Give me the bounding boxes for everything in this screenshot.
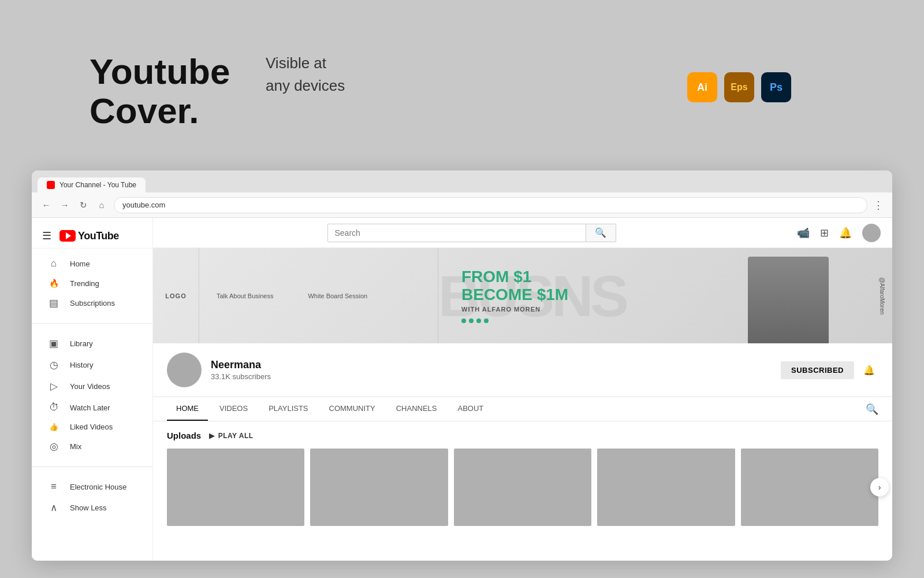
dot-3 [476,318,481,323]
video-thumb-1 [167,449,304,526]
subscriptions-icon: ▤ [48,297,59,309]
user-avatar[interactable] [862,224,881,242]
tab-playlists[interactable]: PLAYLISTS [259,397,317,421]
ai-icon[interactable]: Ai [687,72,717,102]
banner-subtext: WITH ALFARO MOREN [461,306,568,313]
banner-headline: FROM $1 BECOME $1M WITH ALFARO MOREN [461,268,568,324]
sidebar-label-trending: Trending [70,279,99,288]
subtitle: Visible at any devices [266,52,345,97]
channel-banner: LOGO Talk About Business White Board Ses… [153,248,892,343]
sidebar-item-liked-videos[interactable]: 👍 Liked Videos [35,418,149,436]
video-camera-icon[interactable]: 📹 [797,227,810,239]
tab-channels[interactable]: CHANNELS [387,397,446,421]
video-card-3[interactable] [454,449,591,526]
sidebar-label-home: Home [70,260,90,268]
video-card-4[interactable] [597,449,735,526]
sidebar-label-liked-videos: Liked Videos [70,423,113,431]
search-input[interactable] [327,224,586,242]
video-grid: › [167,449,878,526]
youtube-logo[interactable]: YouTube [59,230,119,242]
play-all-button[interactable]: ▶ PLAY ALL [209,432,253,440]
reload-button[interactable]: ↻ [77,199,90,212]
home-button[interactable]: ⌂ [95,199,108,212]
sidebar-item-trending[interactable]: 🔥 Trending [35,274,149,292]
notifications-icon[interactable]: 🔔 [839,227,852,239]
banner-person [748,254,834,343]
forward-button[interactable]: → [58,199,71,212]
banner-links-area: Talk About Business White Board Session [199,248,438,343]
youtube-sidebar: ☰ YouTube ⌂ Home 🔥 Trending ▤ Sub [32,218,153,561]
banner-logo-area: LOGO [153,248,199,343]
person-image [748,257,829,343]
browser-menu-button[interactable]: ⋮ [873,199,884,212]
play-all-text: PLAY ALL [218,432,254,440]
sidebar-item-subscriptions[interactable]: ▤ Subscriptions [35,292,149,314]
channel-tabs: HOME VIDEOS PLAYLISTS COMMUNITY CHANNELS… [153,397,892,421]
hamburger-menu-icon[interactable]: ☰ [42,229,51,242]
apps-grid-icon[interactable]: ⊞ [820,227,829,239]
topbar-right-icons: 📹 ⊞ 🔔 [797,224,881,242]
video-card-2[interactable] [310,449,448,526]
banner-person-wrap [748,254,834,343]
banner-link-1: Talk About Business [217,292,273,299]
channel-search-button[interactable]: 🔍 [866,397,878,421]
sidebar-nav-section: ⌂ Home 🔥 Trending ▤ Subscriptions [32,249,152,318]
sidebar-item-history[interactable]: ◷ History [35,354,149,376]
library-icon: ▣ [48,338,59,350]
person-silhouette [748,257,829,343]
tab-videos[interactable]: VIDEOS [210,397,257,421]
tab-favicon [47,181,55,189]
banner-main-content: BUSNS FROM $1 BECOME $1M WITH ALFARO MOR… [438,248,892,343]
video-card-1[interactable] [167,449,304,526]
sidebar-item-electronic-house[interactable]: ≡ Electronic House [35,476,149,497]
channel-info: Neermana 33.1K subscribers SUBSCRIBED 🔔 [153,343,892,397]
youtube-logo-text: YouTube [78,230,119,242]
sidebar-item-home[interactable]: ⌂ Home [35,253,149,274]
youtube-topbar: 🔍 📹 ⊞ 🔔 [153,218,892,248]
mix-icon: ◎ [48,440,59,453]
sidebar-item-show-less[interactable]: ∧ Show Less [35,497,149,518]
address-input[interactable]: youtube.com [114,197,867,213]
dot-1 [461,318,466,323]
sidebar-item-mix[interactable]: ◎ Mix [35,436,149,457]
channel-subscribers: 33.1K subscribers [211,372,271,381]
banner-dots [461,318,568,323]
browser-tab-active[interactable]: Your Channel - You Tube [38,177,146,192]
tab-community[interactable]: COMMUNITY [320,397,385,421]
your-videos-icon: ▷ [48,380,59,392]
dot-2 [469,318,474,323]
next-button[interactable]: › [870,478,889,497]
videos-section: Uploads ▶ PLAY ALL [153,421,892,535]
sidebar-label-electronic-house: Electronic House [70,483,126,491]
back-button[interactable]: ← [40,199,53,212]
uploads-label: Uploads [167,431,201,440]
channel-actions: SUBSCRIBED 🔔 [781,361,878,379]
section-header: Uploads ▶ PLAY ALL [167,431,878,440]
sidebar-item-your-videos[interactable]: ▷ Your Videos [35,376,149,397]
search-button[interactable]: 🔍 [586,224,616,242]
tab-label: Your Channel - You Tube [59,181,136,189]
notification-bell-button[interactable]: 🔔 [860,361,878,379]
title-section: Youtube Cover. [90,52,230,131]
subscribe-button[interactable]: SUBSCRIBED [781,361,854,379]
tab-about[interactable]: ABOUT [449,397,493,421]
tab-home[interactable]: HOME [167,397,208,421]
youtube-app: ☰ YouTube ⌂ Home 🔥 Trending ▤ Sub [32,218,892,561]
sidebar-item-library[interactable]: ▣ Library [35,333,149,354]
banner-inner: LOGO Talk About Business White Board Ses… [153,248,892,343]
sidebar-label-library: Library [70,339,93,348]
sidebar-label-your-videos: Your Videos [70,382,110,391]
sidebar-item-watch-later[interactable]: ⏱ Watch Later [35,397,149,418]
electronic-house-icon: ≡ [48,481,59,492]
watch-later-icon: ⏱ [48,402,59,413]
eps-icon[interactable]: Eps [724,72,754,102]
youtube-logo-icon [59,230,76,242]
banner-link-2: White Board Session [308,292,367,299]
sidebar-label-mix: Mix [70,442,81,451]
sidebar-header: ☰ YouTube [32,224,152,249]
channel-meta: Neermana 33.1K subscribers [211,359,271,381]
browser-tabs-bar: Your Channel - You Tube [32,171,892,192]
video-card-5[interactable] [741,449,878,526]
ps-icon[interactable]: Ps [761,72,791,102]
play-all-icon: ▶ [209,432,215,440]
